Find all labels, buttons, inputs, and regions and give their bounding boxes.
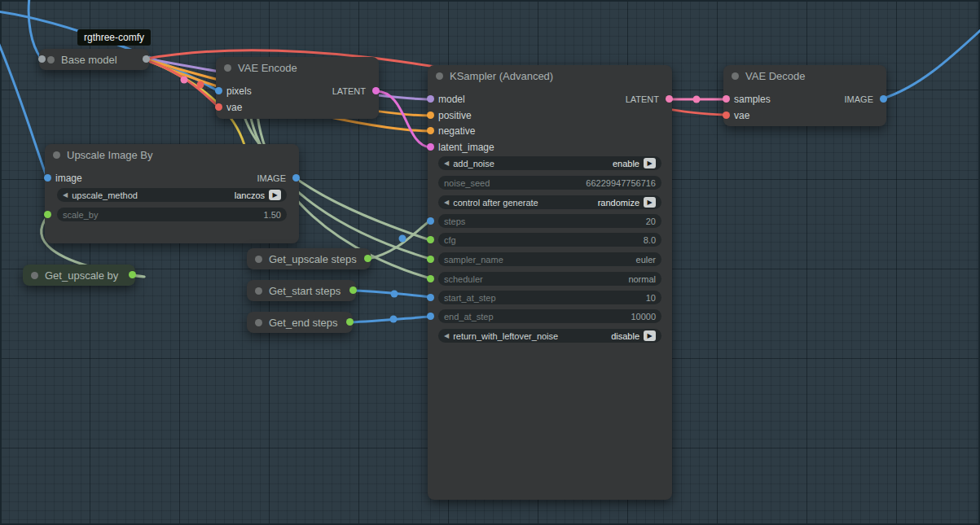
collapse-circle-icon[interactable] [732,72,739,80]
start-at-step-input-slot[interactable] [427,294,434,301]
positive-input-slot[interactable] [427,112,434,119]
image-output-slot[interactable] [292,174,300,182]
node-get-upscale-steps[interactable]: Get_upscale steps [247,248,371,269]
get-upscale-steps-output-slot[interactable] [364,255,371,262]
latent-output-slot[interactable] [666,95,673,103]
collapse-circle-icon[interactable] [436,72,443,80]
base-model-input-slot[interactable] [38,55,46,63]
wire-image-out [883,28,980,98]
node-title-bar[interactable]: Upscale Image By [45,144,299,165]
get-end-steps-output-slot[interactable] [346,318,354,326]
node-title-bar[interactable]: VAE Decode [723,65,886,86]
collapse-circle-icon[interactable] [53,151,60,159]
image-input-label: image [55,173,82,184]
model-input-label: model [438,94,465,105]
combo-right-arrow-icon[interactable]: ▶ [644,197,656,208]
node-get-upscale-by[interactable]: Get_upscale by [23,265,135,286]
negative-input-slot[interactable] [427,127,434,134]
reroute-dot[interactable] [399,235,407,243]
reroute-dot[interactable] [197,81,204,89]
end-at-step-input-slot[interactable] [427,313,434,320]
image-output-slot[interactable] [880,95,887,103]
node-title-bar[interactable]: VAE Encode [216,57,379,78]
node-get-start-steps[interactable]: Get_start steps [247,280,356,301]
collapse-circle-icon[interactable] [255,287,262,295]
node-title: Get_upscale steps [269,253,357,265]
reroute-dot[interactable] [390,316,398,323]
widget-value: euler [636,255,656,265]
widget-noise-seed[interactable]: noise_seed 66229947756716 [438,176,661,190]
node-vae-decode[interactable]: VAE Decode samples IMAGE vae [723,65,886,126]
reroute-dot[interactable] [181,77,188,84]
base-model-output-slot[interactable] [143,55,150,63]
vae-input-slot[interactable] [723,112,730,119]
samples-input-slot[interactable] [723,95,730,103]
vae-input-slot[interactable] [215,103,222,111]
combo-left-arrow-icon[interactable]: ◀ [444,156,449,170]
widget-upscale-method[interactable]: ◀ upscale_method lanczos ▶ [57,188,287,202]
cfg-input-slot[interactable] [427,236,434,243]
node-title-bar[interactable]: KSampler (Advanced) [428,65,672,86]
collapse-circle-icon[interactable] [31,272,38,279]
node-title: VAE Encode [238,62,297,74]
positive-input-label: positive [438,110,472,121]
get-upscale-by-output-slot[interactable] [129,271,136,278]
get-start-steps-output-slot[interactable] [349,287,357,294]
node-badge-rgthree: rgthree-comfy [77,29,151,46]
widget-label: return_with_leftover_noise [453,331,558,341]
combo-left-arrow-icon[interactable]: ◀ [63,188,68,202]
node-title: VAE Decode [745,70,805,82]
node-title: Get_upscale by [45,269,118,282]
node-graph-canvas[interactable]: rgthree-comfy Base model VAE Encode pixe… [0,0,980,525]
node-title: Get_start steps [269,285,341,297]
widget-end-at-step[interactable]: end_at_step 10000 [438,309,661,323]
node-title: Upscale Image By [67,149,153,161]
reroute-dot[interactable] [391,291,398,298]
scheduler-input-slot[interactable] [427,275,434,282]
widget-label: steps [444,217,465,226]
reroute-dot[interactable] [693,96,701,103]
model-input-slot[interactable] [427,95,434,103]
widget-label: upscale_method [72,190,138,200]
node-ksampler-advanced[interactable]: KSampler (Advanced) model LATENT positiv… [428,65,672,500]
pixels-input-slot[interactable] [215,87,222,94]
combo-right-arrow-icon[interactable]: ▶ [644,330,656,341]
widget-label: control after generate [453,198,538,208]
image-input-slot[interactable] [44,174,51,182]
widget-scale-by[interactable]: scale_by 1.50 [57,208,287,221]
widget-add-noise[interactable]: ◀ add_noise enable ▶ [438,156,661,170]
collapse-circle-icon[interactable] [224,64,231,72]
widget-sampler-name[interactable]: sampler_name euler [438,252,661,266]
sampler-name-input-slot[interactable] [427,256,434,263]
node-upscale-image-by[interactable]: Upscale Image By image IMAGE ◀ upscale_m… [45,144,299,243]
widget-label: noise_seed [444,178,490,188]
node-get-end-steps[interactable]: Get_end steps [247,312,353,333]
combo-left-arrow-icon[interactable]: ◀ [444,329,449,343]
widget-value: enable [613,159,639,168]
latent-output-slot[interactable] [372,87,380,94]
latent-image-input-slot[interactable] [427,143,434,151]
widget-scheduler[interactable]: scheduler normal [438,272,661,286]
latent-output-label: LATENT [332,85,366,97]
node-vae-encode[interactable]: VAE Encode pixels LATENT vae [216,57,379,119]
combo-right-arrow-icon[interactable]: ▶ [269,190,281,200]
combo-right-arrow-icon[interactable]: ▶ [644,158,656,168]
widget-label: scheduler [444,274,483,284]
widget-value: disable [611,331,639,341]
collapse-circle-icon[interactable] [255,319,262,326]
steps-input-slot[interactable] [427,217,434,225]
widget-steps[interactable]: steps 20 [438,214,661,228]
widget-value: 66229947756716 [586,178,656,188]
widget-value: 8.0 [644,235,656,245]
widget-cfg[interactable]: cfg 8.0 [438,233,661,247]
collapse-circle-icon[interactable] [47,56,55,63]
widget-start-at-step[interactable]: start_at_step 10 [438,291,661,304]
combo-left-arrow-icon[interactable]: ◀ [444,195,449,209]
image-output-label: IMAGE [257,173,286,184]
scale-by-input-slot[interactable] [44,211,51,218]
widget-value: normal [628,274,656,284]
widget-return-with-leftover-noise[interactable]: ◀ return_with_leftover_noise disable ▶ [438,329,661,343]
widget-control-after-generate[interactable]: ◀ control after generate randomize ▶ [438,195,661,209]
collapse-circle-icon[interactable] [255,256,262,263]
node-base-model[interactable]: Base model [39,49,149,70]
